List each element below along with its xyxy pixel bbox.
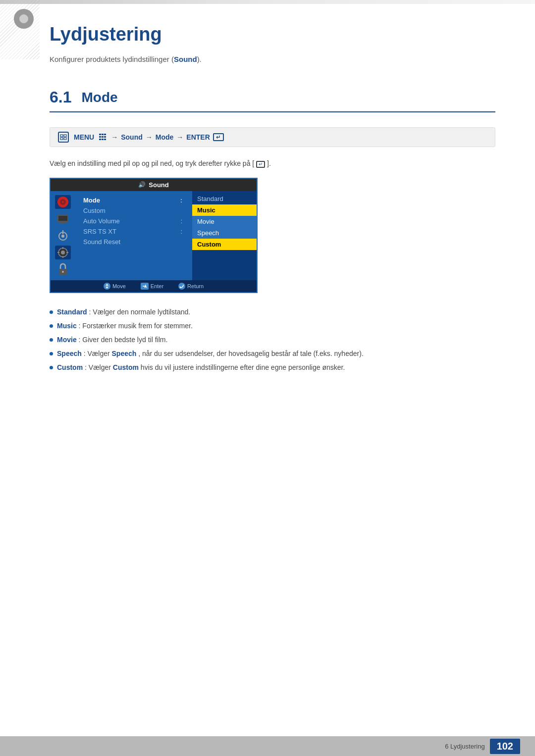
svg-rect-17 [58,216,67,221]
bullet-dot-speech [50,352,53,355]
tv-sidebar-icon-1 [55,195,71,209]
instruction-enter-icon: ↵ [256,161,265,168]
bullet-standard-text: Standard : Vælger den normale lydtilstan… [57,308,190,316]
bullet-item-music: Music : Forstærker musik frem for stemme… [50,322,495,330]
tv-sidebar-icon-3 [55,229,71,243]
tv-menu-custom-label: Custom [83,207,106,214]
arrow3: → [176,133,183,141]
tv-menu-item-autovolume: Auto Volume : [80,216,187,226]
bullet-speech-desc2: , når du ser udsendelser, der hovedsagel… [138,350,364,357]
tv-menu-bottom-bar: Move Enter Return [51,280,257,292]
bullet-speech-desc1: : Vælger [84,350,112,357]
bullet-item-speech: Speech : Vælger Speech , når du ser udse… [50,350,495,357]
svg-rect-0 [60,135,63,137]
tv-bottom-return-label: Return [187,283,204,289]
enter-icon: ↵ [213,133,224,141]
arrow2: → [146,133,153,141]
main-content: Lydjustering Konfigurer produktets lydin… [0,4,535,407]
section-header: 6.1 Mode [50,88,495,112]
enter-btn-icon [141,283,149,290]
bullet-movie-text: Movie : Giver den bedste lyd til film. [57,336,167,344]
tv-menu-autovolume-colon: : [180,217,182,225]
svg-marker-30 [106,284,108,286]
bullet-item-custom: Custom : Vælger Custom hvis du vil juste… [50,363,495,371]
svg-point-29 [62,271,64,273]
svg-rect-27 [66,252,68,253]
section-title: Mode [81,90,117,105]
bullet-music-text: Music : Forstærker musik frem for stemme… [57,322,193,330]
move-icon [104,283,110,290]
instruction-suffix: ]. [267,159,271,167]
bullet-dot-music [50,324,53,328]
menu-mode: Mode [156,133,174,141]
bullet-speech-bold2: Speech [112,350,137,357]
bullet-custom-desc2: hvis du vil justere indstillingerne efte… [141,363,345,371]
svg-rect-11 [102,139,104,140]
tv-menu-item-reset: Sound Reset [80,237,187,247]
svg-point-15 [62,201,64,203]
svg-rect-6 [104,134,106,135]
page-footer: 6 Lydjustering 102 [0,736,535,756]
bullet-item-movie: Movie : Giver den bedste lyd til film. [50,336,495,344]
bullet-music-desc: : Forstærker musik frem for stemmer. [79,322,193,330]
menu-grid-icon [99,133,107,142]
page-title: Lydjustering [50,24,495,45]
tv-menu-srs-label: SRS TS XT [83,228,116,235]
svg-rect-8 [102,136,104,138]
tv-sidebar [51,191,75,280]
tv-bottom-return: Return [178,283,204,290]
tv-menu-main: Mode : Custom Auto Volume : SRS TS XT : … [75,191,192,280]
subtitle-bold: Sound [174,55,197,63]
svg-rect-26 [57,252,59,253]
page-number: 102 [497,741,513,752]
bullet-custom-text: Custom : Vælger Custom hvis du vil juste… [57,363,345,371]
tv-menu-item-mode: Mode : [80,195,187,205]
bullet-dot-movie [50,338,53,342]
top-stripe [0,0,535,4]
tv-sidebar-icon-4 [55,246,71,259]
svg-rect-7 [99,136,101,138]
menu-path: MENU → Sound → Mode → ENTER ↵ [50,127,495,147]
chapter-icon [14,9,34,29]
svg-rect-1 [64,135,66,137]
tv-sidebar-icon-5 [55,262,71,276]
svg-rect-5 [102,134,104,135]
subtitle-prefix: Konfigurer produktets lydindstillinger ( [50,55,174,63]
tv-menu-reset-label: Sound Reset [83,238,120,246]
footer-chapter-text: 6 Lydjustering [445,743,484,750]
tv-menu-body: Mode : Custom Auto Volume : SRS TS XT : … [51,191,257,280]
tv-bottom-enter-label: Enter [151,283,163,289]
svg-point-21 [61,235,64,238]
section-number: 6.1 [50,88,71,106]
bullet-custom-bold2: Custom [113,363,139,371]
tv-bottom-move: Move [104,283,126,290]
tv-menu-screenshot: 🔊 Sound [50,178,258,293]
subtitle-suffix: ). [197,55,202,63]
bullet-item-standard: Standard : Vælger den normale lydtilstan… [50,308,495,316]
bullet-custom-desc1: : Vælger [85,363,113,371]
tv-bottom-move-label: Move [112,283,126,289]
bullet-standard-desc: : Vælger den normale lydtilstand. [89,308,191,316]
bullet-movie-bold: Movie [57,336,77,344]
tv-submenu-speech: Speech [192,227,257,239]
svg-rect-12 [104,139,106,140]
arrow1: → [111,133,118,141]
tv-header-title: Sound [149,181,168,189]
svg-rect-10 [99,139,101,140]
tv-menu-mode-label: Mode [83,197,100,204]
svg-rect-18 [60,222,65,223]
bullet-dot-standard [50,310,53,314]
svg-rect-4 [99,134,101,135]
instruction-prefix: Vælg en indstilling med pil op og pil ne… [50,159,254,167]
menu-icon [58,132,69,143]
tv-submenu-custom: Custom [192,239,257,250]
svg-rect-24 [62,247,63,249]
tv-menu-srs-colon: : [180,228,182,235]
bullet-movie-desc: : Giver den bedste lyd til film. [79,336,168,344]
side-decoration [0,0,40,59]
tv-menu-item-srs: SRS TS XT : [80,226,187,237]
tv-sidebar-icon-2 [55,212,71,226]
svg-rect-9 [104,136,106,138]
svg-rect-25 [62,256,63,258]
tv-submenu-movie: Movie [192,216,257,227]
